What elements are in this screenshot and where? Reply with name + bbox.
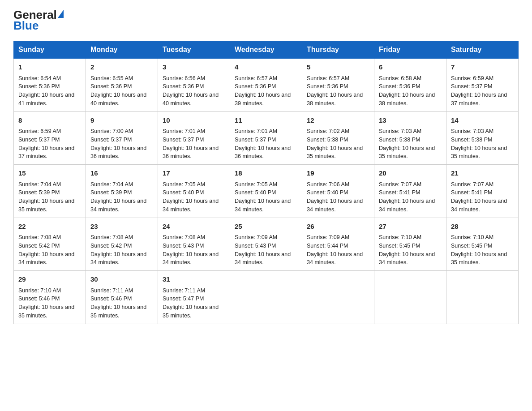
table-row: 17Sunrise: 7:05 AMSunset: 5:40 PMDayligh… <box>158 165 230 218</box>
table-row: 4Sunrise: 6:57 AMSunset: 5:36 PMDaylight… <box>230 59 302 112</box>
day-number: 23 <box>90 222 153 232</box>
table-row: 3Sunrise: 6:56 AMSunset: 5:36 PMDaylight… <box>158 59 230 112</box>
day-number: 29 <box>18 274 81 285</box>
day-info: Sunrise: 7:08 AMSunset: 5:43 PMDaylight:… <box>163 233 225 267</box>
day-info: Sunrise: 7:01 AMSunset: 5:37 PMDaylight:… <box>163 127 225 161</box>
col-tuesday: Tuesday <box>158 41 230 59</box>
day-number: 24 <box>163 222 225 232</box>
table-row: 25Sunrise: 7:09 AMSunset: 5:43 PMDayligh… <box>230 218 302 271</box>
day-number: 7 <box>451 62 514 73</box>
day-info: Sunrise: 7:11 AMSunset: 5:46 PMDaylight:… <box>90 287 153 320</box>
day-number: 9 <box>90 116 153 126</box>
table-row: 9Sunrise: 7:00 AMSunset: 5:37 PMDaylight… <box>86 111 158 165</box>
table-row: 30Sunrise: 7:11 AMSunset: 5:46 PMDayligh… <box>86 271 158 324</box>
day-info: Sunrise: 7:01 AMSunset: 5:37 PMDaylight:… <box>235 127 297 161</box>
day-info: Sunrise: 6:58 AMSunset: 5:36 PMDaylight:… <box>379 74 442 108</box>
day-number: 6 <box>379 62 442 73</box>
table-row: 13Sunrise: 7:03 AMSunset: 5:38 PMDayligh… <box>374 111 446 165</box>
table-row: 18Sunrise: 7:05 AMSunset: 5:40 PMDayligh… <box>230 165 302 218</box>
table-row: 1Sunrise: 6:54 AMSunset: 5:36 PMDaylight… <box>14 59 86 112</box>
day-info: Sunrise: 7:04 AMSunset: 5:39 PMDaylight:… <box>90 180 153 214</box>
calendar-week-row: 1Sunrise: 6:54 AMSunset: 5:36 PMDaylight… <box>14 59 519 112</box>
day-info: Sunrise: 7:10 AMSunset: 5:46 PMDaylight:… <box>18 287 81 320</box>
table-row: 19Sunrise: 7:06 AMSunset: 5:40 PMDayligh… <box>302 165 374 218</box>
day-info: Sunrise: 7:09 AMSunset: 5:44 PMDaylight:… <box>307 233 369 267</box>
table-row: 27Sunrise: 7:10 AMSunset: 5:45 PMDayligh… <box>374 218 446 271</box>
day-number: 11 <box>235 116 297 126</box>
day-number: 5 <box>307 62 369 73</box>
table-row: 23Sunrise: 7:08 AMSunset: 5:42 PMDayligh… <box>86 218 158 271</box>
table-row: 11Sunrise: 7:01 AMSunset: 5:37 PMDayligh… <box>230 111 302 165</box>
day-info: Sunrise: 7:02 AMSunset: 5:38 PMDaylight:… <box>307 127 369 161</box>
day-number: 28 <box>451 222 514 232</box>
table-row: 8Sunrise: 6:59 AMSunset: 5:37 PMDaylight… <box>14 111 86 165</box>
table-row: 31Sunrise: 7:11 AMSunset: 5:47 PMDayligh… <box>158 271 230 324</box>
day-info: Sunrise: 6:54 AMSunset: 5:36 PMDaylight:… <box>18 74 81 108</box>
day-info: Sunrise: 7:09 AMSunset: 5:43 PMDaylight:… <box>235 233 297 267</box>
day-info: Sunrise: 6:57 AMSunset: 5:36 PMDaylight:… <box>235 74 297 108</box>
day-info: Sunrise: 7:07 AMSunset: 5:41 PMDaylight:… <box>379 180 442 214</box>
col-wednesday: Wednesday <box>230 41 302 59</box>
calendar-week-row: 29Sunrise: 7:10 AMSunset: 5:46 PMDayligh… <box>14 271 519 324</box>
day-info: Sunrise: 6:56 AMSunset: 5:36 PMDaylight:… <box>163 74 225 108</box>
day-info: Sunrise: 7:10 AMSunset: 5:45 PMDaylight:… <box>379 233 442 267</box>
day-number: 18 <box>235 168 297 179</box>
day-info: Sunrise: 6:57 AMSunset: 5:36 PMDaylight:… <box>307 74 369 108</box>
day-info: Sunrise: 7:03 AMSunset: 5:38 PMDaylight:… <box>379 127 442 161</box>
table-row: 15Sunrise: 7:04 AMSunset: 5:39 PMDayligh… <box>14 165 86 218</box>
table-row: 5Sunrise: 6:57 AMSunset: 5:36 PMDaylight… <box>302 59 374 112</box>
table-row <box>230 271 302 324</box>
table-row: 29Sunrise: 7:10 AMSunset: 5:46 PMDayligh… <box>14 271 86 324</box>
day-info: Sunrise: 7:03 AMSunset: 5:38 PMDaylight:… <box>451 127 514 161</box>
day-info: Sunrise: 7:08 AMSunset: 5:42 PMDaylight:… <box>18 233 81 267</box>
col-monday: Monday <box>86 41 158 59</box>
day-info: Sunrise: 7:08 AMSunset: 5:42 PMDaylight:… <box>90 233 153 267</box>
calendar-week-row: 8Sunrise: 6:59 AMSunset: 5:37 PMDaylight… <box>14 111 519 165</box>
day-number: 30 <box>90 274 153 285</box>
day-info: Sunrise: 7:05 AMSunset: 5:40 PMDaylight:… <box>163 180 225 214</box>
day-info: Sunrise: 7:04 AMSunset: 5:39 PMDaylight:… <box>18 180 81 214</box>
table-row: 2Sunrise: 6:55 AMSunset: 5:36 PMDaylight… <box>86 59 158 112</box>
day-number: 3 <box>163 62 225 73</box>
day-number: 26 <box>307 222 369 232</box>
day-number: 1 <box>18 62 81 73</box>
day-info: Sunrise: 6:55 AMSunset: 5:36 PMDaylight:… <box>90 74 153 108</box>
col-saturday: Saturday <box>446 41 519 59</box>
day-number: 22 <box>18 222 81 232</box>
day-number: 27 <box>379 222 442 232</box>
table-row: 10Sunrise: 7:01 AMSunset: 5:37 PMDayligh… <box>158 111 230 165</box>
table-row <box>446 271 519 324</box>
table-row: 14Sunrise: 7:03 AMSunset: 5:38 PMDayligh… <box>446 111 519 165</box>
day-number: 31 <box>163 274 225 285</box>
day-info: Sunrise: 7:11 AMSunset: 5:47 PMDaylight:… <box>163 287 225 320</box>
day-number: 19 <box>307 168 369 179</box>
col-thursday: Thursday <box>302 41 374 59</box>
day-number: 2 <box>90 62 153 73</box>
table-row: 6Sunrise: 6:58 AMSunset: 5:36 PMDaylight… <box>374 59 446 112</box>
calendar-week-row: 15Sunrise: 7:04 AMSunset: 5:39 PMDayligh… <box>14 165 519 218</box>
table-row <box>374 271 446 324</box>
day-info: Sunrise: 6:59 AMSunset: 5:37 PMDaylight:… <box>451 74 514 108</box>
day-number: 14 <box>451 116 514 126</box>
table-row: 21Sunrise: 7:07 AMSunset: 5:41 PMDayligh… <box>446 165 519 218</box>
day-info: Sunrise: 7:06 AMSunset: 5:40 PMDaylight:… <box>307 180 369 214</box>
day-number: 12 <box>307 116 369 126</box>
table-row: 22Sunrise: 7:08 AMSunset: 5:42 PMDayligh… <box>14 218 86 271</box>
table-row: 12Sunrise: 7:02 AMSunset: 5:38 PMDayligh… <box>302 111 374 165</box>
table-row <box>302 271 374 324</box>
col-sunday: Sunday <box>14 41 86 59</box>
day-info: Sunrise: 6:59 AMSunset: 5:37 PMDaylight:… <box>18 127 81 161</box>
table-row: 28Sunrise: 7:10 AMSunset: 5:45 PMDayligh… <box>446 218 519 271</box>
col-friday: Friday <box>374 41 446 59</box>
logo: General Blue <box>13 9 65 33</box>
calendar-table: Sunday Monday Tuesday Wednesday Thursday… <box>13 41 519 324</box>
day-number: 10 <box>163 116 225 126</box>
day-number: 17 <box>163 168 225 179</box>
page-header: General Blue <box>13 9 519 33</box>
day-number: 20 <box>379 168 442 179</box>
table-row: 26Sunrise: 7:09 AMSunset: 5:44 PMDayligh… <box>302 218 374 271</box>
day-number: 15 <box>18 168 81 179</box>
day-number: 4 <box>235 62 297 73</box>
day-info: Sunrise: 7:00 AMSunset: 5:37 PMDaylight:… <box>90 127 153 161</box>
table-row: 20Sunrise: 7:07 AMSunset: 5:41 PMDayligh… <box>374 165 446 218</box>
